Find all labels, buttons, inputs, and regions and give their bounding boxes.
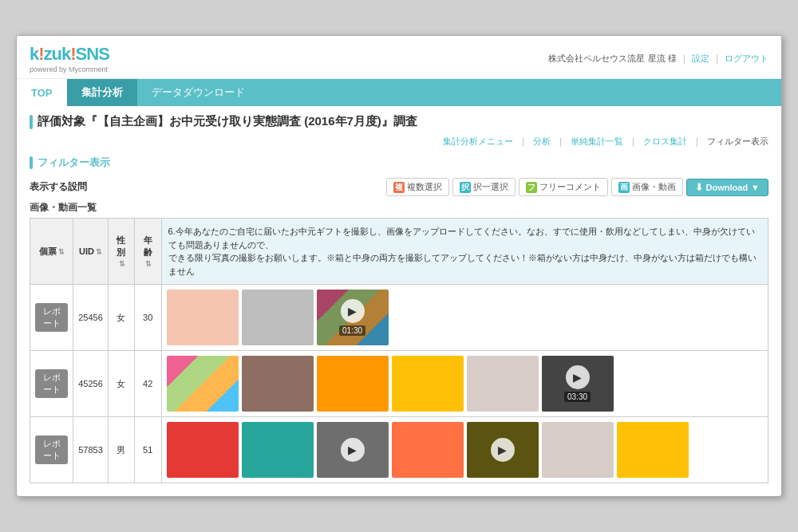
breadcrumb-link-1[interactable]: 集計分析メニュー: [443, 136, 513, 146]
video-time: 01:30: [339, 325, 365, 336]
gender-cell: 男: [108, 417, 134, 483]
main-window: k!zuk!SNS powered by Mycomment 株式会社ペルセウス…: [16, 35, 782, 497]
thumb-1-5[interactable]: ▶03:30: [542, 356, 614, 412]
logo: k!zuk!SNS powered by Mycomment: [30, 44, 109, 73]
header-right: 株式会社ペルセウス流星 星流 様 ｜ 設定 ｜ ログアウト: [548, 53, 768, 65]
table-row: レポート25456女30▶01:30: [30, 285, 768, 351]
thumb-0-0[interactable]: [167, 290, 239, 345]
header: k!zuk!SNS powered by Mycomment 株式会社ペルセウス…: [17, 36, 781, 79]
breadcrumb-link-2[interactable]: 分析: [533, 136, 551, 146]
video-time: 03:30: [564, 392, 591, 402]
table-row: レポート57853男51▶▶: [30, 417, 768, 483]
table-body: レポート25456女30▶01:30レポート45256女42▶03:30レポート…: [30, 285, 768, 483]
table-header: 個票⇅ UID⇅ 性別⇅ 年齢⇅ 6.今年あなたのご自宅に届いたお中元ギフトを撮…: [30, 219, 768, 285]
breadcrumb: 集計分析メニュー ｜ 分析 ｜ 単純集計一覧 ｜ クロス集計 ｜ フィルター表示: [17, 132, 781, 151]
download-icon: ⬇: [695, 182, 703, 193]
age-cell: 51: [134, 417, 161, 483]
thumb-2-4[interactable]: ▶: [467, 422, 539, 478]
thumb-2-0[interactable]: [167, 422, 239, 478]
report-button-0[interactable]: レポート: [35, 303, 68, 332]
th-uid: UID⇅: [73, 219, 109, 285]
download-button[interactable]: ⬇ Download ▼: [686, 179, 768, 196]
multi-icon: 複: [393, 182, 405, 193]
th-gender: 性別⇅: [108, 219, 134, 285]
toolbar-buttons: 複 複数選択 択 択一選択 フ フリーコメント 画 画像・動画 ⬇ Downlo…: [386, 178, 768, 196]
company-name: 株式会社ペルセウス流星: [548, 53, 645, 65]
report-button-1[interactable]: レポート: [35, 369, 68, 398]
thumb-2-3[interactable]: [392, 422, 464, 478]
thumb-1-1[interactable]: [242, 356, 314, 412]
sep2: ｜: [713, 53, 721, 65]
data-table: 個票⇅ UID⇅ 性別⇅ 年齢⇅ 6.今年あなたのご自宅に届いたお中元ギフトを撮…: [30, 218, 768, 483]
table-wrapper: 画像・動画一覧 個票⇅ UID⇅ 性別⇅ 年齢⇅ 6.今年あなたのご自宅に届いた…: [17, 201, 781, 496]
images-cell: ▶01:30: [161, 285, 768, 351]
content-label: 画像・動画一覧: [30, 201, 768, 215]
sep1: ｜: [680, 53, 689, 65]
settings-link[interactable]: 設定: [692, 53, 709, 65]
nav-item-analysis[interactable]: 集計分析: [67, 79, 137, 106]
breadcrumb-current: フィルター表示: [707, 136, 768, 146]
uid-cell: 57853: [73, 417, 109, 483]
table-row: レポート45256女42▶03:30: [30, 351, 768, 417]
uid-cell: 45256: [73, 351, 109, 417]
gender-cell: 女: [108, 285, 134, 351]
toolbar-title: 表示する設問: [30, 180, 87, 194]
thumb-1-4[interactable]: [467, 356, 539, 412]
breadcrumb-link-3[interactable]: 単純集計一覧: [571, 136, 623, 146]
logo-sub: powered by Mycomment: [30, 65, 109, 73]
thumb-1-0[interactable]: [167, 356, 239, 412]
images-cell: ▶03:30: [161, 351, 768, 417]
thumb-2-5[interactable]: [542, 422, 614, 478]
play-icon: ▶: [341, 438, 365, 462]
thumb-2-1[interactable]: [242, 422, 314, 478]
media-label: 画像・動画: [632, 181, 676, 193]
uid-cell: 25456: [73, 285, 109, 351]
single-label: 択一選択: [473, 181, 508, 193]
page-title-area: 評価対象『【自主企画】お中元受け取り実態調査 (2016年7月度)』調査: [17, 106, 781, 132]
filter-label[interactable]: フィルター表示: [30, 156, 768, 170]
free-label: フリーコメント: [539, 181, 601, 193]
age-cell: 30: [134, 285, 161, 351]
play-icon: ▶: [341, 299, 365, 323]
logout-link[interactable]: ログアウト: [725, 53, 768, 65]
user-name: 星流 様: [648, 53, 677, 65]
images-cell: ▶▶: [161, 417, 768, 483]
th-report: 個票⇅: [30, 219, 73, 285]
logo-text: k!zuk!SNS: [30, 44, 109, 65]
age-cell: 42: [134, 351, 161, 417]
th-question: 6.今年あなたのご自宅に届いたお中元ギフトを撮影し、画像をアップロードしてくださ…: [161, 219, 768, 285]
btn-free-comment[interactable]: フ フリーコメント: [519, 178, 608, 196]
btn-single-select[interactable]: 択 択一選択: [452, 178, 516, 196]
thumb-2-2[interactable]: ▶: [317, 422, 389, 478]
download-arrow: ▼: [751, 183, 760, 192]
thumb-0-2[interactable]: ▶01:30: [317, 290, 389, 345]
nav-item-data-download[interactable]: データダウンロード: [137, 79, 259, 106]
btn-multi-select[interactable]: 複 複数選択: [386, 178, 449, 196]
play-icon: ▶: [491, 438, 515, 462]
gender-cell: 女: [108, 351, 134, 417]
thumb-2-6[interactable]: [617, 422, 689, 478]
th-age: 年齢⇅: [134, 219, 161, 285]
breadcrumb-link-4[interactable]: クロス集計: [643, 136, 687, 146]
thumb-0-1[interactable]: [242, 290, 314, 345]
page-title: 評価対象『【自主企画】お中元受け取り実態調査 (2016年7月度)』調査: [30, 114, 768, 129]
toolbar: 表示する設問 複 複数選択 択 択一選択 フ フリーコメント 画 画像・動画 ⬇…: [17, 173, 781, 201]
multi-label: 複数選択: [407, 181, 442, 193]
thumb-1-2[interactable]: [317, 356, 389, 412]
report-button-2[interactable]: レポート: [35, 435, 68, 464]
btn-media[interactable]: 画 画像・動画: [611, 178, 683, 196]
free-icon: フ: [526, 182, 537, 193]
filter-section: フィルター表示: [17, 151, 781, 173]
download-label: Download: [706, 183, 749, 192]
thumb-1-3[interactable]: [392, 356, 464, 412]
nav-item-top[interactable]: TOP: [17, 79, 67, 106]
nav: TOP 集計分析 データダウンロード: [17, 79, 781, 106]
single-icon: 択: [460, 182, 471, 193]
play-icon: ▶: [566, 365, 590, 389]
media-icon: 画: [618, 182, 630, 193]
